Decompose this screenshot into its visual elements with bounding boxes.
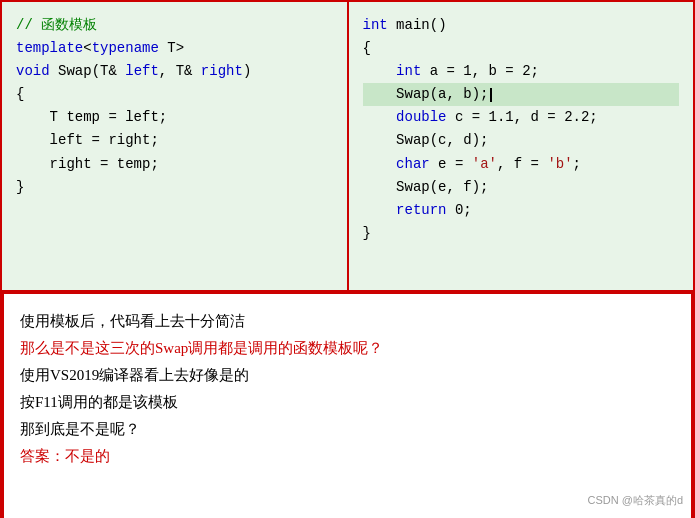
code-line-5: T temp = left; bbox=[16, 106, 333, 129]
code-line-3: void Swap(T& left, T& right) bbox=[16, 60, 333, 83]
keyword-typename: typename bbox=[92, 40, 159, 56]
code-section: // 函数模板 template<typename T> void Swap(T… bbox=[2, 2, 693, 292]
right-code-panel: int main() { int a = 1, b = 2; Swap(a, b… bbox=[349, 2, 694, 290]
code-line-1: // 函数模板 bbox=[16, 14, 333, 37]
char-a: 'a' bbox=[472, 156, 497, 172]
keyword-int: int bbox=[396, 63, 421, 79]
bottom-text-block: 使用模板后，代码看上去十分简洁 那么是不是这三次的Swap调用都是调用的函数模板… bbox=[20, 308, 675, 470]
bottom-line-5: 那到底是不是呢？ bbox=[20, 416, 675, 443]
keyword-char: char bbox=[396, 156, 430, 172]
keyword-void: void bbox=[16, 63, 50, 79]
code-line-8: } bbox=[16, 176, 333, 199]
code-line-7: right = temp; bbox=[16, 153, 333, 176]
right-line-4: Swap(a, b); bbox=[363, 83, 680, 106]
watermark: CSDN @哈茶真的d bbox=[587, 493, 683, 508]
bottom-line-6: 答案：不是的 bbox=[20, 443, 675, 470]
right-line-10: } bbox=[363, 222, 680, 245]
code-line-6: left = right; bbox=[16, 129, 333, 152]
right-line-9: return 0; bbox=[363, 199, 680, 222]
param-right: right bbox=[201, 63, 243, 79]
right-line-2: { bbox=[363, 37, 680, 60]
bottom-line-2: 那么是不是这三次的Swap调用都是调用的函数模板呢？ bbox=[20, 335, 675, 362]
func-swap: Swap bbox=[58, 63, 92, 79]
keyword-return: return bbox=[396, 202, 446, 218]
comment-text: // 函数模板 bbox=[16, 17, 97, 33]
keyword-int-main: int bbox=[363, 17, 388, 33]
keyword-double: double bbox=[396, 109, 446, 125]
char-b: 'b' bbox=[547, 156, 572, 172]
keyword-template: template bbox=[16, 40, 83, 56]
bottom-line-3: 使用VS2019编译器看上去好像是的 bbox=[20, 362, 675, 389]
right-line-8: Swap(e, f); bbox=[363, 176, 680, 199]
right-line-3: int a = 1, b = 2; bbox=[363, 60, 680, 83]
bottom-line-1: 使用模板后，代码看上去十分简洁 bbox=[20, 308, 675, 335]
right-line-1: int main() bbox=[363, 14, 680, 37]
param-left: left bbox=[125, 63, 159, 79]
bottom-section: 使用模板后，代码看上去十分简洁 那么是不是这三次的Swap调用都是调用的函数模板… bbox=[2, 292, 693, 518]
right-line-6: Swap(c, d); bbox=[363, 129, 680, 152]
right-line-5: double c = 1.1, d = 2.2; bbox=[363, 106, 680, 129]
left-code-panel: // 函数模板 template<typename T> void Swap(T… bbox=[2, 2, 349, 290]
right-line-7: char e = 'a', f = 'b'; bbox=[363, 153, 680, 176]
text-cursor bbox=[490, 88, 492, 102]
code-line-2: template<typename T> bbox=[16, 37, 333, 60]
bottom-line-4: 按F11调用的都是该模板 bbox=[20, 389, 675, 416]
code-line-4: { bbox=[16, 83, 333, 106]
